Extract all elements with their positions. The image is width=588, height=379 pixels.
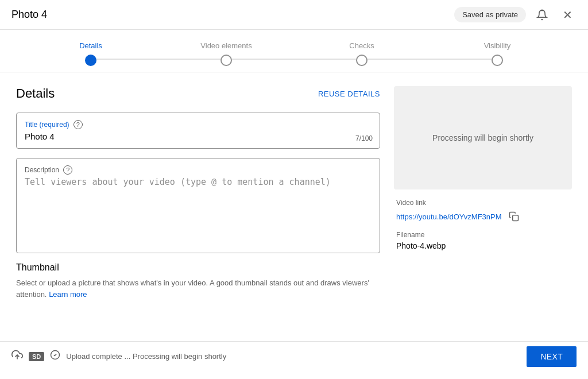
title-input[interactable] (25, 132, 372, 141)
close-button[interactable]: ✕ (558, 6, 577, 24)
thumbnail-title: Thumbnail (16, 262, 380, 273)
video-link[interactable]: https://youtu.be/dOYvzMF3nPM (396, 212, 502, 221)
footer-status: Upload complete ... Processing will begi… (66, 352, 226, 361)
copy-link-button[interactable] (506, 209, 521, 224)
right-panel: Processing will begin shortly Video link… (394, 86, 572, 327)
section-title: Details (16, 86, 55, 101)
description-input[interactable] (25, 177, 372, 246)
section-header: Details REUSE DETAILS (16, 86, 380, 101)
step-checks-circle (356, 55, 368, 66)
preview-text: Processing will begin shortly (432, 133, 533, 142)
check-icon (50, 350, 60, 363)
description-help-icon[interactable]: ? (63, 165, 72, 175)
title-label: Title (required) ? (25, 120, 372, 129)
step-visibility[interactable]: Visibility (430, 41, 565, 66)
step-video-elements[interactable]: Video elements (158, 41, 294, 66)
step-details-label: Details (79, 41, 102, 50)
step-visibility-circle (492, 55, 503, 66)
title-counter: 7/100 (355, 134, 373, 142)
step-details-circle (85, 55, 96, 66)
video-link-label: Video link (396, 199, 570, 207)
description-label: Description ? (25, 165, 372, 175)
next-button[interactable]: NEXT (527, 346, 577, 367)
header-actions: Saved as private ✕ (454, 6, 577, 24)
svg-rect-1 (512, 215, 518, 221)
saved-badge: Saved as private (454, 7, 526, 22)
title-field-group: Title (required) ? 7/100 (16, 113, 380, 149)
step-checks-label: Checks (349, 41, 374, 50)
svg-rect-0 (541, 9, 544, 11)
thumbnail-learn-more-link[interactable]: Learn more (49, 290, 87, 299)
reuse-details-button[interactable]: REUSE DETAILS (318, 90, 380, 98)
filename-value: Photo-4.webp (396, 241, 570, 250)
thumbnail-desc: Select or upload a picture that shows wh… (16, 277, 380, 300)
step-video-elements-circle (220, 55, 232, 66)
page-title: Photo 4 (11, 9, 454, 21)
main-content: Details REUSE DETAILS Title (required) ?… (0, 72, 588, 341)
description-field-box: Description ? (16, 158, 380, 253)
step-visibility-label: Visibility (484, 41, 511, 50)
header: Photo 4 Saved as private ✕ (0, 0, 588, 30)
description-field-group: Description ? (16, 158, 380, 253)
sd-badge: SD (29, 352, 44, 361)
title-help-icon[interactable]: ? (74, 120, 83, 129)
left-panel: Details REUSE DETAILS Title (required) ?… (16, 86, 380, 327)
copy-row: https://youtu.be/dOYvzMF3nPM (396, 209, 570, 224)
upload-icon (11, 349, 23, 363)
footer: SD Upload complete ... Processing will b… (0, 341, 588, 371)
close-icon: ✕ (563, 8, 572, 22)
preview-box: Processing will begin shortly (394, 86, 572, 190)
stepper: Details Video elements Checks Visibility (0, 30, 588, 72)
filename-label: Filename (396, 231, 570, 239)
title-field-box: Title (required) ? 7/100 (16, 113, 380, 149)
alert-button[interactable] (533, 6, 551, 24)
step-details[interactable]: Details (23, 41, 158, 66)
thumbnail-section: Thumbnail Select or upload a picture tha… (16, 262, 380, 300)
step-checks[interactable]: Checks (294, 41, 430, 66)
video-info: Video link https://youtu.be/dOYvzMF3nPM … (394, 199, 572, 250)
footer-left: SD Upload complete ... Processing will b… (11, 349, 527, 363)
step-video-elements-label: Video elements (200, 41, 252, 50)
